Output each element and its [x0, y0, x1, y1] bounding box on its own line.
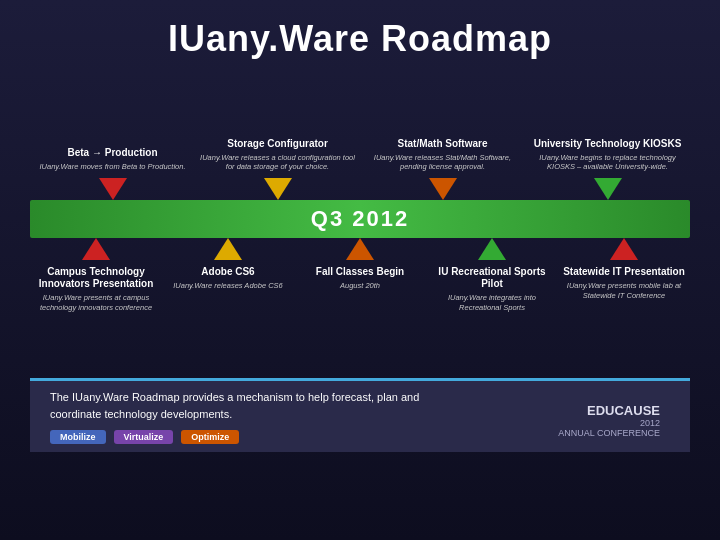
arrow-statmath [429, 178, 457, 200]
slide: IUany.Ware Roadmap Beta → Production IUa… [0, 0, 720, 540]
lower-item-adobe-title: Adobe CS6 [201, 266, 254, 278]
upper-item-storage-content: Storage Configurator IUany.Ware releases… [198, 138, 358, 173]
lower-item-statewide-title: Statewide IT Presentation [563, 266, 685, 278]
upper-item-kiosks: University Technology KIOSKS IUany.Ware … [528, 138, 688, 201]
lower-item-statewide-desc: IUany.Ware presents mobile lab at Statew… [559, 281, 689, 301]
tag-virtualize[interactable]: Virtualize [114, 430, 174, 444]
lower-item-fall: Fall Classes Begin August 20th [295, 238, 425, 291]
lower-item-fall-title: Fall Classes Begin [316, 266, 404, 278]
arrow-fall [346, 238, 374, 260]
upper-item-beta-content: Beta → Production IUany.Ware moves from … [39, 147, 185, 172]
arrow-kiosks [594, 178, 622, 200]
lower-item-statewide: Statewide IT Presentation IUany.Ware pre… [559, 238, 689, 301]
arrow-beta [99, 178, 127, 200]
lower-item-campus-desc: IUany.Ware presents at campus technology… [31, 293, 161, 313]
lower-item-recreational: IU Recreational Sports Pilot IUany.Ware … [427, 238, 557, 313]
upper-item-statmath-desc: IUany.Ware releases Stat/Math Software, … [363, 153, 523, 173]
bottom-section: The IUany.Ware Roadmap provides a mechan… [30, 378, 690, 452]
upper-item-storage-title: Storage Configurator [227, 138, 328, 150]
educause-logo: EDUCAUSE 2012 ANNUAL CONFERENCE [558, 403, 660, 438]
upper-item-beta: Beta → Production IUany.Ware moves from … [33, 147, 193, 200]
tag-optimize[interactable]: Optimize [181, 430, 239, 444]
timeline-upper: Beta → Production IUany.Ware moves from … [30, 70, 690, 200]
upper-item-kiosks-title: University Technology KIOSKS [534, 138, 682, 150]
arrow-recreational [478, 238, 506, 260]
q3-label: Q3 2012 [311, 206, 409, 232]
lower-item-campus-title: Campus Technology Innovators Presentatio… [31, 266, 161, 290]
educause-name: EDUCAUSE [558, 403, 660, 418]
upper-item-storage-desc: IUany.Ware releases a cloud configuratio… [198, 153, 358, 173]
educause-conf: ANNUAL CONFERENCE [558, 428, 660, 438]
upper-item-statmath-content: Stat/Math Software IUany.Ware releases S… [363, 138, 523, 173]
lower-item-fall-subtitle: August 20th [340, 281, 380, 291]
green-bar: Q3 2012 [30, 200, 690, 238]
arrow-campus [82, 238, 110, 260]
arrow-storage [264, 178, 292, 200]
lower-item-adobe: Adobe CS6 IUany.Ware releases Adobe CS6 [163, 238, 293, 291]
upper-item-kiosks-desc: IUany.Ware begins to replace technology … [528, 153, 688, 173]
upper-item-kiosks-content: University Technology KIOSKS IUany.Ware … [528, 138, 688, 173]
timeline-lower: Campus Technology Innovators Presentatio… [30, 238, 690, 378]
slide-title: IUany.Ware Roadmap [168, 18, 552, 60]
arrow-adobe [214, 238, 242, 260]
upper-item-beta-desc: IUany.Ware moves from Beta to Production… [39, 162, 185, 172]
educause-year: 2012 [558, 418, 660, 428]
upper-item-statmath: Stat/Math Software IUany.Ware releases S… [363, 138, 523, 201]
arrow-statewide [610, 238, 638, 260]
tag-mobilize[interactable]: Mobilize [50, 430, 106, 444]
lower-item-recreational-title: IU Recreational Sports Pilot [427, 266, 557, 290]
upper-item-storage: Storage Configurator IUany.Ware releases… [198, 138, 358, 201]
lower-item-adobe-desc: IUany.Ware releases Adobe CS6 [173, 281, 283, 291]
lower-item-campus: Campus Technology Innovators Presentatio… [31, 238, 161, 313]
upper-item-beta-title: Beta → Production [67, 147, 157, 159]
lower-item-recreational-desc: IUany.Ware integrates into Recreational … [427, 293, 557, 313]
upper-item-statmath-title: Stat/Math Software [397, 138, 487, 150]
